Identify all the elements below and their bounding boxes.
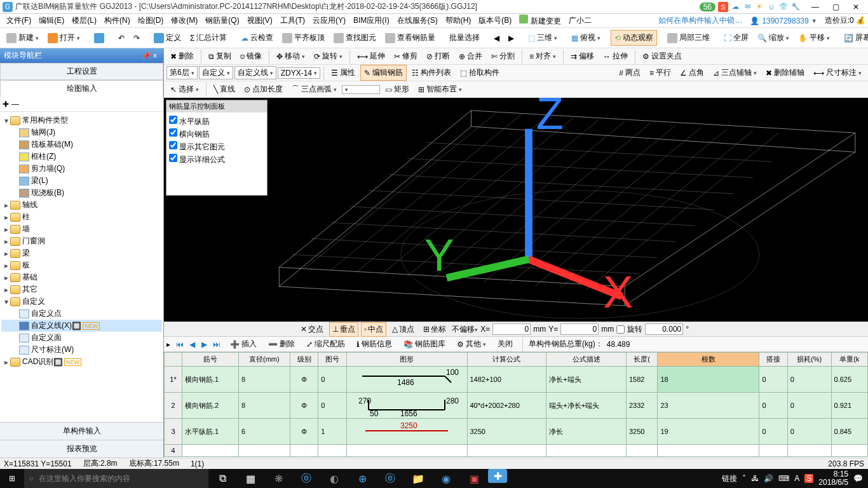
account-info[interactable]: 👤 13907298339 ▼ <box>750 17 817 25</box>
tree-item[interactable]: 尺寸标注(W) <box>31 344 74 355</box>
explorer-icon[interactable]: 📁 <box>404 469 432 488</box>
table-row[interactable]: 2横向钢筋.28Φ0 270501656280 40*d+2002+280端头+… <box>165 393 868 419</box>
threept-button[interactable]: ⊿ 三点辅轴▾ <box>709 65 761 81</box>
table-row[interactable]: 3水平纵筋.16Φ1 3250 3250净长325019000.845 <box>165 419 868 445</box>
grid-collapse-icon[interactable]: ▸ <box>166 340 170 349</box>
line-button[interactable]: ╲ 直线 <box>210 81 239 97</box>
menu-online[interactable]: 在线服务(S) <box>393 14 442 27</box>
arc-input[interactable]: ▾ <box>342 85 380 94</box>
break-button[interactable]: ⊘ 打断 <box>423 48 454 64</box>
network-icon[interactable]: 🖧 <box>751 474 759 483</box>
define-button[interactable]: 定义 <box>150 30 185 46</box>
collapse-icon[interactable]: — <box>11 100 19 109</box>
trim-button[interactable]: ✂ 修剪 <box>390 48 421 64</box>
tray-icon[interactable]: ☀ <box>754 2 764 12</box>
link-status[interactable]: 链接 <box>722 473 737 484</box>
menu-component[interactable]: 构件(N) <box>100 14 134 27</box>
floor-select[interactable]: 第6层▾ <box>166 66 198 79</box>
findgraph-button[interactable]: 查找图元 <box>330 30 380 46</box>
tab-report-preview[interactable]: 报表预览 <box>0 440 163 458</box>
viewrebar-button[interactable]: 查看钢筋量 <box>381 30 439 46</box>
menu-assistant[interactable]: 广小二 <box>565 14 595 27</box>
app-icon[interactable]: ⊕ <box>348 469 376 488</box>
close-panel-icon[interactable]: × <box>151 51 159 60</box>
stretch-button[interactable]: ↔ 拉伸 <box>599 48 632 64</box>
tray-icon[interactable]: 👕 <box>778 2 789 12</box>
app-icon[interactable]: ◐ <box>320 469 348 488</box>
tab-draw-input[interactable]: 绘图输入 <box>0 80 163 97</box>
undo-icon[interactable]: ↶ <box>114 31 128 45</box>
prop-button[interactable]: ☰ 属性 <box>327 65 359 81</box>
last-icon[interactable]: ⏭ <box>211 340 222 349</box>
3d-viewport[interactable]: 钢筋显示控制面板 水平纵筋 横向钢筋 显示其它图元 显示详细公式 Z X Y <box>164 98 868 322</box>
col-name[interactable]: 筋号 <box>182 353 239 367</box>
minimize-button[interactable]: — <box>806 1 825 13</box>
tree-cat[interactable]: 自定义 <box>22 296 45 307</box>
col-loss[interactable]: 损耗(%) <box>787 353 831 367</box>
col-pic[interactable]: 图号 <box>318 353 346 367</box>
tree-cat[interactable]: 轴线 <box>22 200 37 210</box>
tab-single-input[interactable]: 单构件输入 <box>0 422 163 440</box>
volume-icon[interactable]: 🔊 <box>764 474 773 483</box>
tab-project-settings[interactable]: 工程设置 <box>0 63 163 80</box>
col-shape[interactable]: 图形 <box>346 353 467 367</box>
col-desc[interactable]: 公式描述 <box>546 353 627 367</box>
snap-coord[interactable]: ⊞ 坐标 <box>420 322 449 337</box>
parallel-button[interactable]: ≡ 平行 <box>646 65 675 81</box>
help-link[interactable]: 如何在单构件输入中锁… <box>658 15 742 26</box>
col-uw[interactable]: 单重(k <box>831 353 867 367</box>
start-button[interactable]: ⊞ <box>0 469 24 488</box>
col-level[interactable]: 级别 <box>290 353 318 367</box>
app-icon[interactable]: ❋ <box>264 469 292 488</box>
ime2-icon[interactable]: S <box>804 474 813 483</box>
tree-cat[interactable]: 墙 <box>22 224 30 234</box>
close-grid-button[interactable]: 关闭 <box>494 336 517 352</box>
snap-perp[interactable]: ⊥ 垂点 <box>329 322 358 337</box>
lib-button[interactable]: 📚 钢筋图库 <box>400 336 449 352</box>
dynview-button[interactable]: ⟲动态观察 <box>611 30 657 46</box>
tree-root[interactable]: 常用构件类型 <box>22 115 68 126</box>
rotate-input[interactable] <box>645 323 683 335</box>
tray-icon[interactable]: ☺ <box>766 2 776 12</box>
edge-icon[interactable]: ⓔ <box>292 469 320 488</box>
info-button[interactable]: ℹ 钢筋信息 <box>353 336 396 352</box>
tree-cat[interactable]: 其它 <box>22 284 37 295</box>
copy-button[interactable]: ⧉ 复制 <box>205 48 235 64</box>
offset-button[interactable]: ⇉ 偏移 <box>567 48 598 64</box>
close-button[interactable]: ✕ <box>846 1 865 13</box>
delete-button[interactable]: ✖ 删除 <box>166 48 198 64</box>
tree-cat[interactable]: 梁 <box>22 248 30 259</box>
taskview-icon[interactable]: ⧉ <box>208 469 236 488</box>
select-button[interactable]: ↖ 选择▾ <box>166 81 203 97</box>
layer-select[interactable]: 自定义▾ <box>199 66 233 79</box>
tree-item[interactable]: 自定义面 <box>31 332 62 343</box>
table-row[interactable]: 4 <box>165 445 868 457</box>
prev-icon[interactable]: ◀ <box>490 31 503 45</box>
menu-tools[interactable]: 工具(T) <box>276 14 309 27</box>
first-icon[interactable]: ⏮ <box>174 340 186 349</box>
expand-icon[interactable]: ✚ <box>3 100 9 109</box>
align-button[interactable]: ≡ 对齐▾ <box>526 48 560 64</box>
snap-vertex[interactable]: △ 顶点 <box>389 322 417 337</box>
menu-file[interactable]: 文件(F) <box>3 14 35 27</box>
menu-draw[interactable]: 绘图(D) <box>134 14 168 27</box>
ime-icon[interactable]: A <box>794 474 799 483</box>
taskbar-search[interactable]: ○ 在这里输入你要搜索的内容 <box>24 469 208 488</box>
tree-item[interactable]: 自定义点 <box>31 308 62 319</box>
col-dia[interactable]: 直径(mm) <box>238 353 290 367</box>
notifications-icon[interactable]: 💬 <box>853 474 863 483</box>
rotate-check[interactable] <box>616 325 625 334</box>
merge-button[interactable]: ⊕ 合并 <box>455 48 486 64</box>
local3d-button[interactable]: 局部三维 <box>663 30 714 46</box>
save-icon[interactable] <box>90 30 108 46</box>
chevron-up-icon[interactable]: ˄ <box>742 474 746 483</box>
tree-item[interactable]: 轴网(J) <box>31 127 55 138</box>
complist-button[interactable]: ☷ 构件列表 <box>408 65 455 81</box>
snap-mid[interactable]: ◦ 中点 <box>361 322 386 337</box>
next-icon[interactable]: ▶ <box>505 31 518 45</box>
tree-item[interactable]: 筏板基础(M) <box>31 139 73 150</box>
menu-edit[interactable]: 编辑(E) <box>35 14 68 27</box>
tree-cat[interactable]: 门窗洞 <box>22 236 45 247</box>
tree-item[interactable]: 框柱(Z) <box>31 151 56 162</box>
prev-icon[interactable]: ◀ <box>187 340 197 349</box>
